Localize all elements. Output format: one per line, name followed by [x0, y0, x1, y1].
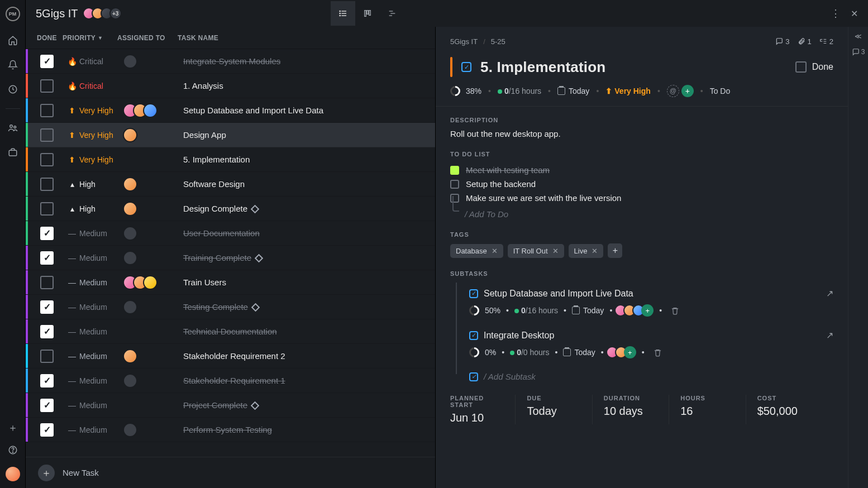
todo-item[interactable]: Setup the backend [450, 177, 833, 191]
stat-cost[interactable]: COST$50,000 [757, 395, 822, 424]
task-row[interactable]: 🔥Critical1. Analysis [26, 74, 435, 98]
open-icon[interactable]: ↗ [826, 330, 833, 341]
row-assignees[interactable] [123, 177, 183, 192]
row-assignees[interactable] [123, 202, 183, 216]
task-row[interactable]: —MediumPerform System Testing [26, 418, 435, 442]
app-logo[interactable]: PM [6, 7, 20, 21]
subtasks-count[interactable]: 2 [819, 37, 833, 46]
stat-planned-start[interactable]: PLANNED STARTJun 10 [450, 395, 516, 424]
tag-remove-icon[interactable]: ✕ [492, 247, 498, 255]
row-checkbox[interactable] [40, 300, 54, 314]
hours[interactable]: 0/16 hours [498, 87, 541, 95]
attachments-count[interactable]: 1 [798, 37, 812, 46]
row-checkbox[interactable] [40, 227, 54, 240]
task-row[interactable]: —MediumTrain Users [26, 270, 435, 295]
row-checkbox[interactable] [40, 374, 54, 387]
row-checkbox[interactable] [40, 128, 54, 142]
row-checkbox[interactable] [40, 276, 54, 289]
assignee-add[interactable]: @+ [667, 85, 694, 97]
row-checkbox[interactable] [40, 153, 54, 166]
row-assignees[interactable] [123, 300, 183, 314]
row-assignees[interactable] [123, 226, 183, 241]
subtask[interactable]: Integrate Desktop↗0%•0/0 hours•Today•+• [450, 324, 833, 366]
stat-hours[interactable]: HOURS16 [680, 395, 746, 424]
current-user-avatar[interactable] [6, 467, 20, 481]
row-priority[interactable]: ▴High [68, 180, 123, 189]
task-row[interactable]: —MediumTraining Complete [26, 246, 435, 270]
row-priority[interactable]: ⬆Very High [68, 155, 123, 164]
row-priority[interactable]: —Medium [68, 253, 123, 262]
view-board-icon[interactable] [355, 1, 380, 26]
new-task-row[interactable]: ＋ New Task [26, 457, 435, 488]
view-gantt-icon[interactable] [380, 1, 404, 26]
row-priority[interactable]: —Medium [68, 352, 123, 361]
open-icon[interactable]: ↗ [826, 288, 833, 299]
date[interactable]: Today [557, 87, 589, 95]
col-taskname[interactable]: TASK NAME [178, 34, 424, 42]
trash-icon[interactable] [654, 348, 662, 357]
tag-add[interactable]: + [608, 243, 622, 258]
progress-pct[interactable]: 38% [466, 87, 481, 95]
task-row[interactable]: ⬆Very High5. Implementation [26, 147, 435, 172]
view-list-icon[interactable] [331, 1, 355, 26]
subtask-assignees[interactable]: + [618, 304, 654, 317]
col-done[interactable]: DONE [37, 34, 63, 42]
row-priority[interactable]: 🔥Critical [68, 82, 123, 90]
crumb-project[interactable]: 5Gigs IT [450, 37, 478, 46]
row-priority[interactable]: —Medium [68, 327, 123, 336]
row-checkbox[interactable] [40, 104, 54, 117]
todo-item[interactable]: Meet with testing team [450, 163, 833, 177]
briefcase-icon[interactable] [7, 147, 18, 158]
row-assignees[interactable] [123, 275, 183, 290]
task-row[interactable]: ▴HighSoftware Design [26, 172, 435, 197]
project-members[interactable]: +3 [86, 7, 122, 20]
tag-remove-icon[interactable]: ✕ [552, 247, 559, 255]
task-row[interactable]: —MediumStakeholder Requirement 2 [26, 344, 435, 369]
avatar-more[interactable]: +3 [109, 7, 122, 20]
row-priority[interactable]: —Medium [68, 278, 123, 287]
row-checkbox[interactable] [40, 202, 54, 216]
task-title[interactable]: 5. Implementation [480, 59, 605, 76]
row-priority[interactable]: —Medium [68, 401, 123, 410]
row-priority[interactable]: —Medium [68, 229, 123, 238]
task-row[interactable]: —MediumTechnical Documentation [26, 319, 435, 344]
row-priority[interactable]: ⬆Very High [68, 106, 123, 115]
row-assignees[interactable] [123, 103, 183, 118]
add-assignee-icon[interactable]: + [624, 346, 636, 358]
add-icon[interactable]: ＋ [7, 422, 18, 433]
close-icon[interactable]: ✕ [851, 8, 858, 19]
row-checkbox[interactable] [40, 178, 54, 191]
subtask-assignees[interactable]: + [609, 346, 636, 358]
more-icon[interactable]: ⋮ [831, 7, 841, 20]
clock-icon[interactable] [7, 84, 18, 95]
row-checkbox[interactable] [40, 350, 54, 363]
done-checkbox[interactable] [795, 61, 807, 73]
task-row[interactable]: ⬆Very HighDesign App [26, 123, 435, 147]
todo-item[interactable]: Make sure we are set with the live versi… [450, 191, 833, 205]
done-toggle[interactable]: Done [795, 61, 833, 73]
row-priority[interactable]: 🔥Critical [68, 57, 123, 66]
status[interactable]: To Do [710, 87, 731, 95]
task-row[interactable]: —MediumStakeholder Requirement 1 [26, 369, 435, 393]
row-assignees[interactable] [123, 54, 183, 69]
comments-rail[interactable]: 3 [852, 48, 865, 56]
collapse-icon[interactable]: ≪ [855, 32, 862, 40]
row-priority[interactable]: ⬆Very High [68, 131, 123, 140]
trash-icon[interactable] [671, 307, 679, 315]
todo-checkbox[interactable] [450, 180, 459, 189]
row-assignees[interactable] [123, 423, 183, 437]
col-assigned[interactable]: ASSIGNED TO [117, 34, 178, 42]
row-assignees[interactable] [123, 128, 183, 142]
task-row[interactable]: ▴HighDesign Complete [26, 197, 435, 221]
row-checkbox[interactable] [40, 79, 54, 93]
help-icon[interactable] [7, 444, 18, 456]
todo-checkbox[interactable] [450, 166, 459, 175]
row-checkbox[interactable] [40, 423, 54, 437]
people-icon[interactable] [7, 122, 18, 133]
row-priority[interactable]: ▴High [68, 204, 123, 213]
stat-duration[interactable]: DURATION10 days [604, 395, 669, 424]
subtask[interactable]: Setup Database and Import Live Data↗50%•… [450, 283, 833, 324]
home-icon[interactable] [7, 35, 18, 46]
task-row[interactable]: —MediumProject Complete [26, 393, 435, 418]
tag[interactable]: Live✕ [569, 244, 604, 258]
